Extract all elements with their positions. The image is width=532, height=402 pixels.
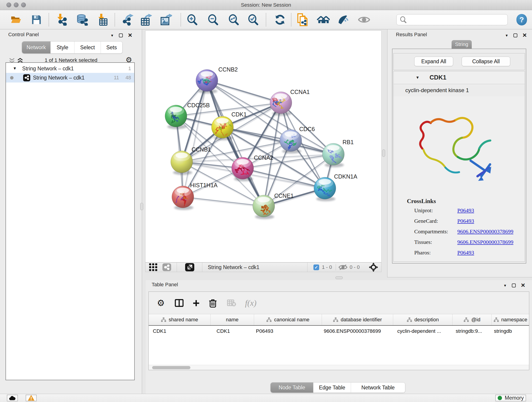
crosslink-uniprot-link[interactable]: P06493 (457, 207, 474, 214)
scrollbar-thumb[interactable] (152, 366, 190, 369)
export-image-button[interactable] (160, 13, 173, 27)
network-node-CCNB1[interactable] (171, 151, 193, 175)
network-edge-count: 48 (126, 75, 131, 81)
column-header-name[interactable]: name (210, 314, 254, 325)
zoom-out-button[interactable] (207, 13, 220, 27)
crosslink-pharos-link[interactable]: P06493 (457, 249, 474, 256)
column-header-database-identifier[interactable]: database identifier (322, 314, 393, 325)
open-external-button[interactable] (185, 263, 194, 271)
show-eye-button[interactable] (358, 13, 370, 27)
zoom-out-icon (208, 14, 219, 25)
expand-all-button[interactable]: Expand All (414, 57, 453, 66)
section-expander-icon[interactable]: ▼ (416, 75, 419, 80)
node-label-CCNE1: CCNE1 (274, 192, 294, 199)
crosslink-label: Pharos: (414, 249, 431, 256)
column-header-description[interactable]: description (393, 314, 452, 325)
export-table-button[interactable] (140, 13, 152, 27)
zoom-fit-button[interactable] (227, 13, 240, 27)
results-panel-float-icon[interactable]: ▼ (505, 33, 508, 37)
import-network-button[interactable] (55, 13, 68, 27)
control-panel-float-icon[interactable]: ▼ (110, 33, 114, 37)
network-node-RB1[interactable] (322, 143, 344, 168)
collection-name: String Network – cdk1 (22, 65, 74, 72)
tab-string[interactable]: String (452, 40, 472, 49)
tab-network-table[interactable]: Network Table (351, 383, 405, 393)
crosslink-tissues-link[interactable]: 9606.ENSP00000378699 (457, 239, 513, 245)
network-node-HIST1H1A[interactable] (172, 186, 194, 210)
table-panel-close-icon[interactable]: ✕ (521, 282, 525, 288)
tab-node-table[interactable]: Node Table (271, 383, 313, 393)
memory-button[interactable]: Memory (495, 395, 526, 401)
control-panel-close-icon[interactable]: ✕ (128, 32, 133, 38)
right-splitter-grip[interactable] (382, 149, 385, 157)
network-graph: CCNB2CCNA1CDC25BCDK1CDC6RB1CCNB1CCNA2CDK… (146, 31, 381, 262)
left-splitter-grip[interactable] (140, 203, 143, 210)
control-panel-maximize-icon[interactable] (119, 33, 123, 37)
network-canvas[interactable]: CCNB2CCNA1CDC25BCDK1CDC6RB1CCNB1CCNA2CDK… (145, 31, 381, 262)
tab-sets[interactable]: Sets (101, 41, 122, 53)
clone-network-button[interactable] (297, 13, 309, 27)
open-session-button[interactable] (10, 13, 22, 27)
table-panel-maximize-icon[interactable] (512, 283, 516, 287)
save-session-button[interactable] (30, 13, 43, 27)
tab-select[interactable]: Select (74, 41, 101, 53)
tab-style[interactable]: Style (51, 41, 74, 53)
import-table-button[interactable] (96, 13, 109, 27)
show-grid-button[interactable] (149, 263, 157, 271)
network-edge[interactable] (207, 80, 281, 103)
refresh-layout-button[interactable] (273, 13, 286, 27)
crosslink-genecard-link[interactable]: P06493 (457, 218, 474, 224)
hide-glass-effect-button[interactable] (337, 13, 350, 27)
column-header-id[interactable]: @id (452, 314, 492, 325)
network-row[interactable]: String Network – cdk1 11 48 (6, 73, 134, 83)
zoom-in-button[interactable] (186, 13, 199, 27)
table-panel-float-icon[interactable]: ▼ (503, 283, 507, 287)
table-options-gear-icon[interactable]: ⚙ (157, 298, 165, 308)
results-panel-close-icon[interactable]: ✕ (522, 32, 527, 38)
crosslink-label: Tissues: (414, 239, 432, 245)
network-edge[interactable] (183, 197, 264, 206)
collapse-all-button[interactable]: Collapse All (462, 57, 510, 66)
hidden-eye-slash-icon[interactable] (339, 264, 347, 270)
crosslink-compartments-link[interactable]: 9606.ENSP00000378699 (457, 229, 513, 235)
create-column-button[interactable]: + (193, 298, 200, 307)
refresh-icon (274, 14, 285, 25)
network-node-CDC25B[interactable] (165, 105, 187, 129)
collection-expander-icon[interactable]: ▼ (13, 66, 17, 71)
help-button[interactable]: ? (516, 14, 527, 26)
zoom-selected-button[interactable] (247, 13, 260, 27)
title-bar: Session: New Session (0, 0, 532, 10)
column-header-namespace[interactable]: namespace (492, 314, 529, 325)
tree-column-icon (161, 317, 166, 322)
cloud-button[interactable] (7, 395, 18, 401)
network-overview-button[interactable] (162, 263, 171, 271)
cdk1-section-header[interactable]: ▼ CDK1 (394, 71, 525, 84)
network-node-CCNA1[interactable] (270, 92, 292, 116)
birds-eye-toggle-button[interactable] (369, 263, 378, 272)
column-header-canonical-name[interactable]: canonical name (254, 314, 322, 325)
bottom-splitter-grip[interactable] (336, 276, 343, 279)
network-node-CDC6[interactable] (280, 129, 302, 153)
tab-edge-table[interactable]: Edge Table (313, 383, 351, 393)
network-node-CCNE1[interactable] (253, 195, 275, 219)
cell-name: CDK1 (210, 328, 254, 334)
column-header-shared-name[interactable]: shared name (149, 314, 210, 325)
cell-canonical-name: P06493 (254, 328, 322, 334)
delete-column-button[interactable] (209, 298, 217, 307)
search-input[interactable] (396, 14, 508, 25)
selected-checkbox[interactable]: ✓ (313, 264, 319, 270)
network-node-CDK1[interactable] (211, 116, 234, 140)
network-collection-row[interactable]: ▼ String Network – cdk1 1 (6, 64, 134, 73)
warnings-button[interactable] (26, 395, 37, 401)
show-columns-button[interactable] (175, 299, 184, 307)
tab-network[interactable]: Network (22, 41, 51, 53)
export-network-button[interactable] (122, 13, 135, 27)
zoom-in-icon (187, 14, 198, 25)
results-panel: Results Panel ▼ ✕ String Expand All Coll… (387, 29, 532, 277)
network-node-CDKN1A[interactable] (314, 177, 336, 201)
table-horizontal-scrollbar[interactable] (149, 365, 529, 370)
table-row[interactable]: CDK1 CDK1 P06493 9606.ENSP00000378699 cy… (149, 326, 529, 336)
import-network-from-database-button[interactable] (76, 13, 89, 27)
results-panel-maximize-icon[interactable] (513, 33, 517, 37)
string-home-button[interactable] (317, 13, 330, 27)
